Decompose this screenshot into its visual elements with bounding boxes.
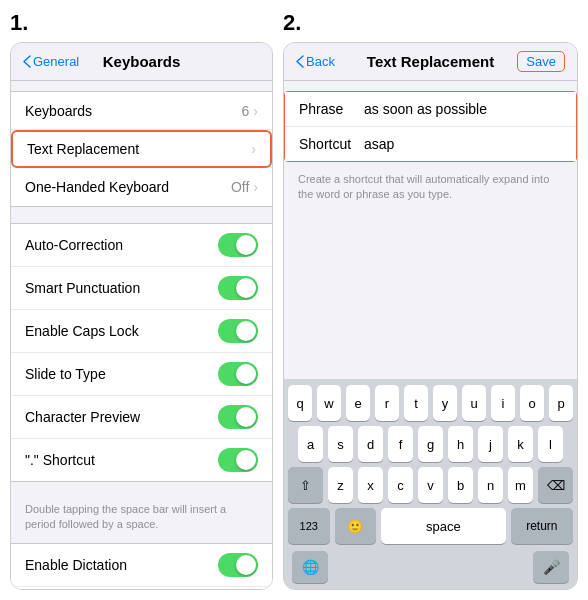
slide-to-type-label: Slide to Type [25, 366, 106, 382]
text-replacement-value: › [251, 141, 256, 157]
chevron-icon-tr: › [251, 141, 256, 157]
key-w[interactable]: w [317, 385, 341, 421]
panel-2: 2. Back Text Replacement Save Phrase Sho… [283, 10, 578, 590]
enable-dictation-label: Enable Dictation [25, 557, 127, 573]
key-s[interactable]: s [328, 426, 353, 462]
enable-caps-lock-row[interactable]: Enable Caps Lock [11, 310, 272, 353]
keyboard-extras-row: 🌐 🎤 [288, 549, 573, 585]
key-x[interactable]: x [358, 467, 383, 503]
key-n[interactable]: n [478, 467, 503, 503]
back-button-2[interactable]: Back [296, 54, 335, 69]
emoji-key[interactable]: 🙂 [335, 508, 377, 544]
key-z[interactable]: z [328, 467, 353, 503]
text-replacement-label: Text Replacement [27, 141, 139, 157]
globe-key[interactable]: 🌐 [292, 551, 328, 583]
settings-group-2: Auto-Correction Smart Punctuation Enable… [11, 223, 272, 482]
key-y[interactable]: y [433, 385, 457, 421]
keyboard: q w e r t y u i o p a s d f g h j k [284, 379, 577, 589]
key-c[interactable]: c [388, 467, 413, 503]
key-t[interactable]: t [404, 385, 428, 421]
back-button-1[interactable]: General [23, 54, 79, 69]
keyboard-bottom-row: 123 🙂 space return [288, 508, 573, 544]
shortcut-footer: Double tapping the space bar will insert… [11, 498, 272, 543]
auto-correction-row[interactable]: Auto-Correction [11, 224, 272, 267]
panel-1-phone: General Keyboards Keyboards 6 › Text Re [10, 42, 273, 590]
space-key[interactable]: space [381, 508, 506, 544]
key-v[interactable]: v [418, 467, 443, 503]
enable-caps-lock-label: Enable Caps Lock [25, 323, 139, 339]
phrase-row: Phrase [285, 92, 576, 127]
slide-to-type-row[interactable]: Slide to Type [11, 353, 272, 396]
key-m[interactable]: m [508, 467, 533, 503]
character-preview-toggle[interactable] [218, 405, 258, 429]
character-preview-row[interactable]: Character Preview [11, 396, 272, 439]
key-q[interactable]: q [288, 385, 312, 421]
smart-punctuation-row[interactable]: Smart Punctuation [11, 267, 272, 310]
keyboards-row[interactable]: Keyboards 6 › [11, 92, 272, 130]
numbers-key[interactable]: 123 [288, 508, 330, 544]
keyboards-value: 6 › [242, 103, 258, 119]
back-label-1: General [33, 54, 79, 69]
key-g[interactable]: g [418, 426, 443, 462]
chevron-icon-oh: › [253, 179, 258, 195]
shortcut-row: Shortcut [285, 127, 576, 161]
key-u[interactable]: u [462, 385, 486, 421]
settings-group-3: Enable Dictation Dictation Languages › [11, 543, 272, 589]
key-b[interactable]: b [448, 467, 473, 503]
panel-1-number: 1. [10, 10, 273, 36]
key-r[interactable]: r [375, 385, 399, 421]
keyboard-row-1: q w e r t y u i o p [288, 385, 573, 421]
shift-key[interactable]: ⇧ [288, 467, 323, 503]
dictation-languages-row[interactable]: Dictation Languages › [11, 587, 272, 589]
nav-title-2: Text Replacement [367, 53, 494, 70]
slide-to-type-toggle[interactable] [218, 362, 258, 386]
one-handed-value: Off › [231, 179, 258, 195]
auto-correction-toggle[interactable] [218, 233, 258, 257]
tr-hint: Create a shortcut that will automaticall… [284, 168, 577, 213]
smart-punctuation-toggle[interactable] [218, 276, 258, 300]
key-o[interactable]: o [520, 385, 544, 421]
key-f[interactable]: f [388, 426, 413, 462]
key-k[interactable]: k [508, 426, 533, 462]
nav-bar-1: General Keyboards [11, 43, 272, 81]
mic-key[interactable]: 🎤 [533, 551, 569, 583]
nav-title-1: Keyboards [103, 53, 181, 70]
text-replacement-row[interactable]: Text Replacement › [11, 130, 272, 168]
key-e[interactable]: e [346, 385, 370, 421]
key-i[interactable]: i [491, 385, 515, 421]
save-button[interactable]: Save [517, 51, 565, 72]
panel-2-phone: Back Text Replacement Save Phrase Shortc… [283, 42, 578, 590]
enable-dictation-toggle[interactable] [218, 553, 258, 577]
tr-input-group: Phrase Shortcut [284, 91, 577, 162]
period-shortcut-label: "." Shortcut [25, 452, 95, 468]
chevron-icon: › [253, 103, 258, 119]
panel-2-number: 2. [283, 10, 578, 36]
key-j[interactable]: j [478, 426, 503, 462]
settings-group-1: Keyboards 6 › Text Replacement › One-Han… [11, 91, 272, 207]
back-label-2: Back [306, 54, 335, 69]
nav-bar-2: Back Text Replacement Save [284, 43, 577, 81]
one-handed-label: One-Handed Keyboard [25, 179, 169, 195]
keyboard-row-3: ⇧ z x c v b n m ⌫ [288, 467, 573, 503]
period-shortcut-toggle[interactable] [218, 448, 258, 472]
key-a[interactable]: a [298, 426, 323, 462]
key-h[interactable]: h [448, 426, 473, 462]
panel-1: 1. General Keyboards Keyboards 6 [10, 10, 273, 590]
keyboards-label: Keyboards [25, 103, 92, 119]
return-key[interactable]: return [511, 508, 573, 544]
smart-punctuation-label: Smart Punctuation [25, 280, 140, 296]
shortcut-input[interactable] [364, 136, 562, 152]
key-l[interactable]: l [538, 426, 563, 462]
tr-content: Phrase Shortcut Create a shortcut that w… [284, 81, 577, 379]
period-shortcut-row[interactable]: "." Shortcut [11, 439, 272, 481]
key-p[interactable]: p [549, 385, 573, 421]
delete-key[interactable]: ⌫ [538, 467, 573, 503]
one-handed-row[interactable]: One-Handed Keyboard Off › [11, 168, 272, 206]
keyboard-row-2: a s d f g h j k l [288, 426, 573, 462]
enable-caps-lock-toggle[interactable] [218, 319, 258, 343]
shortcut-label: Shortcut [299, 136, 364, 152]
auto-correction-label: Auto-Correction [25, 237, 123, 253]
enable-dictation-row[interactable]: Enable Dictation [11, 544, 272, 587]
key-d[interactable]: d [358, 426, 383, 462]
phrase-input[interactable] [364, 101, 562, 117]
